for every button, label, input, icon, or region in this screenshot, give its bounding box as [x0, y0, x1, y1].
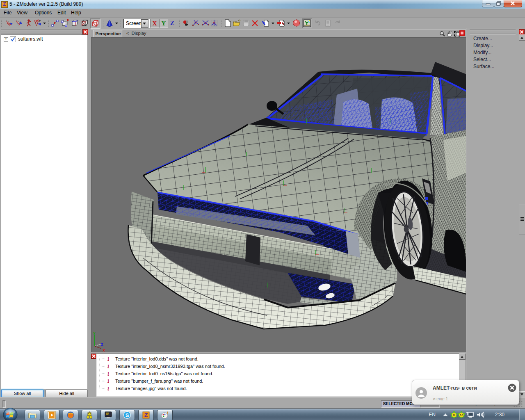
svg-text:!: ! — [107, 386, 109, 392]
svg-text:99: 99 — [106, 413, 109, 415]
svg-text:X: X — [153, 20, 157, 27]
svg-text:!: ! — [107, 364, 109, 370]
svg-text:Z: Z — [170, 20, 174, 26]
svg-text:!: ! — [107, 371, 109, 377]
svg-text:S: S — [126, 412, 129, 418]
svg-text:!: ! — [107, 356, 109, 362]
svg-text:z: z — [101, 342, 103, 347]
svg-text:y: y — [93, 331, 96, 336]
svg-text:Z: Z — [144, 412, 148, 418]
svg-text:!: ! — [107, 379, 109, 384]
svg-text:Y: Y — [162, 20, 166, 27]
svg-text:x: x — [103, 348, 105, 352]
